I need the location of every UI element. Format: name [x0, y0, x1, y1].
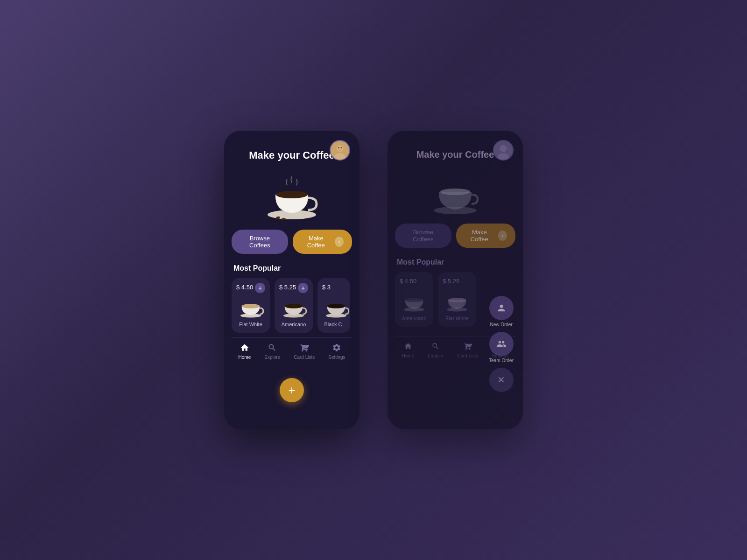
most-popular-right: Most Popular [395, 258, 515, 266]
flatwhite-right-image [443, 288, 471, 312]
americano-label: Americano [279, 322, 308, 327]
svg-point-3 [338, 147, 339, 148]
avatar-right[interactable] [493, 140, 514, 161]
svg-point-1 [337, 145, 344, 152]
svg-point-12 [285, 304, 303, 308]
svg-point-21 [405, 298, 423, 302]
card-americano-right[interactable]: $ 4.50 Americano [395, 272, 433, 327]
nav-explore-right[interactable]: Explore [428, 341, 444, 358]
nav-explore-label: Explore [264, 355, 280, 360]
team-order-button[interactable] [489, 332, 514, 356]
hero-image [232, 169, 352, 220]
team-order-label: Team Order [489, 358, 514, 363]
screens-container: Make your Coffee [224, 131, 523, 429]
search-icon [267, 343, 277, 353]
nav-card-lists-right[interactable]: Card Lists [457, 341, 478, 358]
settings-icon [331, 343, 342, 353]
new-order-item[interactable]: New Order [489, 296, 514, 327]
svg-point-10 [242, 304, 260, 308]
nav-card-lists[interactable]: Card Lists [294, 343, 315, 360]
nav-settings-label: Settings [328, 355, 345, 360]
svg-point-14 [327, 304, 345, 308]
browse-coffees-button[interactable]: Browse Coffees [232, 230, 288, 254]
nav-home-right[interactable]: Home [402, 341, 415, 358]
svg-point-6 [276, 191, 308, 198]
svg-point-19 [440, 189, 470, 195]
cart-icon-right [463, 341, 473, 351]
home-icon-right [403, 341, 413, 351]
browse-coffees-button-right[interactable]: Browse Coffees [395, 224, 451, 248]
search-icon-right [430, 341, 441, 351]
nav-home-label: Home [239, 355, 251, 360]
nav-card-lists-label: Card Lists [294, 355, 315, 360]
svg-point-16 [500, 145, 507, 152]
nav-home-label-right: Home [402, 353, 415, 358]
black-label: Black C. [322, 322, 345, 327]
flat-white-label: Flat White [236, 322, 265, 327]
avatar-image [331, 141, 349, 160]
make-coffee-button[interactable]: Make Coffee › [293, 230, 352, 254]
svg-point-23 [448, 298, 466, 302]
nav-explore-label-right: Explore [428, 353, 444, 358]
nav-card-lists-label-right: Card Lists [457, 353, 478, 358]
arrow-icon-right: › [498, 231, 507, 241]
most-popular-title: Most Popular [232, 264, 352, 273]
svg-point-4 [340, 147, 342, 148]
cart-icon [299, 343, 310, 353]
new-order-label: New Order [490, 322, 512, 327]
flat-white-image [237, 294, 265, 318]
action-buttons-right: Browse Coffees Make Coffee › [395, 224, 515, 248]
phone-left: Make your Coffee [224, 131, 359, 429]
phone-right: Make your Coffee Browse Coffees Make Cof… [388, 131, 523, 429]
hero-cup [261, 169, 322, 220]
coffee-cards: $ 4.50 + Flat White $ 5.25 + [232, 278, 352, 333]
action-buttons: Browse Coffees Make Coffee › [232, 230, 352, 254]
card-flatwhite-right[interactable]: $ 5.25 Flat White [438, 272, 476, 327]
nav-explore[interactable]: Explore [264, 343, 280, 360]
flat-white-add-button[interactable]: + [255, 283, 265, 293]
hero-image-right [395, 168, 515, 214]
americano-add-button[interactable]: + [298, 283, 308, 293]
arrow-icon: › [335, 237, 344, 247]
make-coffee-button-right[interactable]: Make Coffee › [456, 224, 515, 248]
black-image [322, 294, 350, 318]
coffee-card-black[interactable]: $ 3 Black C. [317, 278, 350, 333]
svg-point-2 [334, 153, 345, 161]
nav-settings[interactable]: Settings [328, 343, 345, 360]
bottom-nav: Home Explore Card Lists [232, 337, 352, 366]
fab-close-button[interactable]: ✕ [489, 368, 514, 392]
fab-menu: New Order Team Order ✕ [489, 296, 514, 392]
americano-right-image [400, 288, 428, 312]
svg-point-17 [498, 153, 509, 161]
fab-button[interactable]: + [280, 378, 304, 402]
team-order-item[interactable]: Team Order [489, 332, 514, 363]
americano-image [280, 294, 308, 318]
home-icon [240, 343, 250, 353]
avatar[interactable] [330, 140, 350, 161]
black-price: $ 3 [322, 284, 345, 291]
nav-home[interactable]: Home [239, 343, 251, 360]
coffee-card-flat-white[interactable]: $ 4.50 + Flat White [232, 278, 270, 333]
coffee-card-americano[interactable]: $ 5.25 + Americano [275, 278, 313, 333]
new-order-button[interactable] [489, 296, 514, 320]
